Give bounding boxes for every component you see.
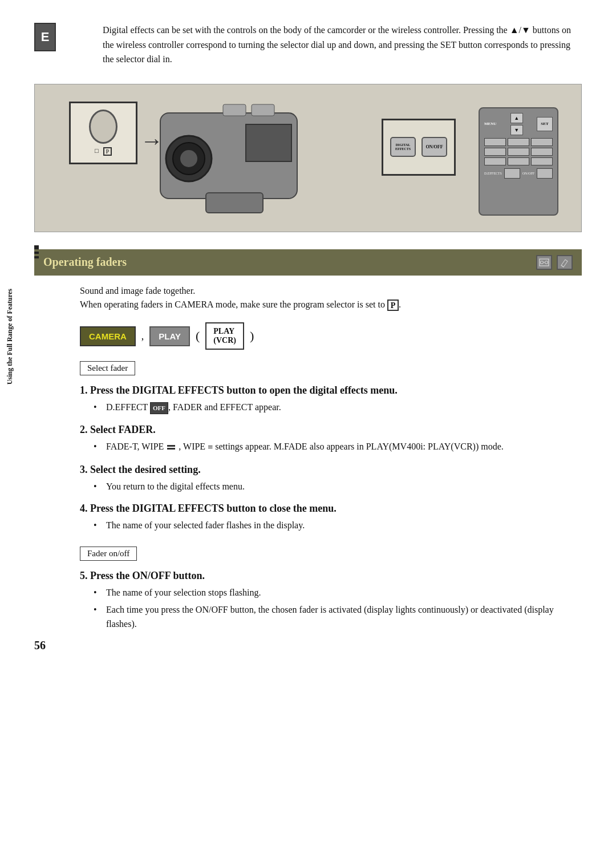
bullet-dot-3: • — [94, 479, 102, 494]
pencil-icon-box — [557, 255, 573, 270]
side-label: Using the Full Range of Features — [0, 240, 21, 434]
when-text-content: When operating faders in CAMERA mode, ma… — [80, 300, 385, 309]
viewfinder-icon-square: □ — [95, 147, 99, 156]
p-badge: P — [387, 300, 399, 311]
step-5-bullet-1: • The name of your selection stops flash… — [94, 585, 582, 600]
step-4: 4. Press the DIGITAL EFFECTS button to c… — [80, 503, 582, 533]
on-off-label: ON/OFF — [425, 144, 443, 149]
step-1-body: • D.EFFECT OFF, FADER and EFFECT appear. — [94, 400, 582, 415]
wipe-bar-2 — [167, 448, 175, 450]
remote-onoff-btn — [537, 168, 553, 179]
camera-mode-button[interactable]: CAMERA — [80, 326, 136, 346]
when-text: When operating faders in CAMERA mode, ma… — [80, 300, 582, 311]
step-2-number: 2. — [80, 424, 88, 435]
remote-grid-btn-5 — [508, 148, 529, 156]
side-label-text: Using the Full Range of Features — [6, 289, 15, 385]
step-1-bullet-text: D.EFFECT OFF, FADER and EFFECT appear. — [106, 400, 281, 415]
remote-grid-btn-4 — [484, 148, 506, 156]
step-2-header: 2. Select FADER. — [80, 424, 582, 436]
svg-point-3 — [180, 150, 197, 167]
step-3-header: 3. Select the desired setting. — [80, 464, 582, 476]
play-vcr-label: PLAY(VCR) — [213, 327, 236, 345]
effects-panel: DIGITAL EFFECTS ON/OFF — [382, 119, 456, 176]
remote-deffects-btn — [504, 168, 520, 179]
remote-top: MENU ▲ ▼ SET — [484, 113, 553, 135]
step-5-bullet-2: • Each time you press the ON/OFF button,… — [94, 602, 582, 632]
step-3-heading: Select the desired setting. — [90, 464, 201, 475]
remote-grid-btn-3 — [531, 138, 553, 146]
remote-grid-btn-9 — [531, 157, 553, 165]
page-number: 56 — [34, 639, 46, 652]
select-fader-box: Select fader — [80, 361, 135, 375]
svg-rect-4 — [246, 124, 291, 161]
step-5-heading: Press the ON/OFF button. — [90, 570, 205, 581]
content-area: Sound and image fade together. When oper… — [80, 286, 582, 632]
step-3-bullet-1: • You return to the digital effects menu… — [94, 479, 582, 494]
bullet-dot-2: • — [94, 439, 102, 455]
pencil-icon — [560, 257, 570, 268]
step-1-number: 1. — [80, 385, 88, 396]
remote-grid-btn-7 — [484, 157, 506, 165]
deco-line-3 — [34, 256, 39, 258]
sound-text: Sound and image fade together. — [80, 286, 582, 296]
bullet-dot-5a: • — [94, 585, 102, 600]
page: E Digital effects can be set with the co… — [0, 0, 616, 675]
comma-separator: , — [141, 330, 144, 342]
step-2: 2. Select FADER. • FADE-T, WIPE , WIPE ≡… — [80, 424, 582, 455]
step-5-number: 5. — [80, 570, 88, 581]
step-2-bullet-1: • FADE-T, WIPE , WIPE ≡ settings appear.… — [94, 439, 582, 455]
step-5-bullet-text-2: Each time you press the ON/OFF button, t… — [106, 602, 582, 632]
intro-text: Digital effects can be set with the cont… — [103, 23, 582, 67]
digital-effects-btn: DIGITAL EFFECTS — [390, 137, 416, 157]
step-5-header: 5. Press the ON/OFF button. — [80, 570, 582, 582]
step-3-number: 3. — [80, 464, 88, 475]
step-4-bullet-1: • The name of your selected fader flashe… — [94, 518, 582, 533]
remote-grid-btn-1 — [484, 138, 506, 146]
step-3-body: • You return to the digital effects menu… — [94, 479, 582, 494]
remote-set-label: SET — [541, 122, 548, 126]
remote-deffects-row: D.EFFECTS ON/OFF — [484, 168, 553, 179]
svg-rect-6 — [223, 104, 246, 116]
viewfinder-circle — [89, 110, 117, 144]
paren-close: ) — [250, 329, 254, 343]
deco-line-2 — [34, 252, 39, 254]
step-5-bullet-text-1: The name of your selection stops flashin… — [106, 585, 261, 600]
step-1-bullet-1: • D.EFFECT OFF, FADER and EFFECT appear. — [94, 400, 582, 415]
step-2-bullet-text: FADE-T, WIPE , WIPE ≡ settings appear. M… — [106, 439, 504, 455]
wipe-bar-1 — [167, 445, 175, 447]
effects-panel-row: DIGITAL EFFECTS ON/OFF — [390, 137, 447, 157]
remote-deffects-label: D.EFFECTS — [484, 172, 502, 175]
play-vcr-mode-button[interactable]: PLAY(VCR) — [205, 322, 244, 350]
viewfinder-icons: □ P — [95, 147, 112, 156]
remote-set-btn: SET — [537, 117, 553, 131]
step-5: 5. Press the ON/OFF button. • The name o… — [80, 570, 582, 632]
step-4-number: 4. — [80, 503, 88, 514]
e-badge-container: E — [34, 23, 56, 51]
step-4-body: • The name of your selected fader flashe… — [94, 518, 582, 533]
svg-line-12 — [561, 265, 564, 267]
step-3: 3. Select the desired setting. • You ret… — [80, 464, 582, 494]
camcorder-body — [149, 96, 320, 221]
step-1-heading: Press the DIGITAL EFFECTS button to open… — [90, 385, 398, 396]
step-2-heading: Select FADER. — [90, 424, 156, 435]
viewfinder-box: □ P — [69, 102, 137, 164]
step-1: 1. Press the DIGITAL EFFECTS button to o… — [80, 385, 582, 415]
diagram-inner: □ P → — [35, 84, 581, 232]
off-badge: OFF — [150, 402, 168, 415]
wipe-bars-vertical — [167, 445, 175, 450]
wipe-equal: ≡ — [208, 440, 213, 455]
step-5-body: • The name of your selection stops flash… — [94, 585, 582, 632]
bullet-dot-4: • — [94, 518, 102, 533]
section-header: Operating faders — [34, 249, 582, 276]
svg-rect-7 — [252, 104, 274, 116]
step-4-heading: Press the DIGITAL EFFECTS button to clos… — [90, 503, 337, 514]
play-mode-button[interactable]: PLAY — [149, 326, 190, 346]
remote-grid-btn-2 — [508, 138, 529, 146]
paren-open: ( — [196, 329, 200, 343]
remote-down-btn: ▼ — [510, 125, 523, 135]
mode-buttons-row: CAMERA , PLAY ( PLAY(VCR) ) — [80, 322, 582, 350]
svg-point-9 — [541, 261, 544, 264]
deco-line-1 — [34, 245, 39, 249]
remote-onoff-label: ON/OFF — [522, 172, 534, 175]
camera-diagram: □ P → — [34, 84, 582, 232]
